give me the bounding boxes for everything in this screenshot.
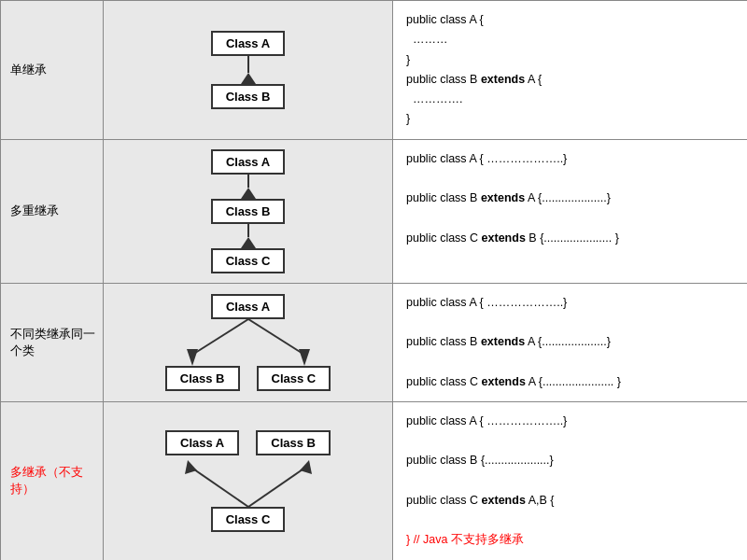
label-single-inherit: 单继承 — [1, 1, 104, 140]
class-a-box-1: Class A — [211, 31, 285, 56]
label-multi-inherit: 多重继承 — [1, 139, 104, 283]
code-no-multi: public class A { ………………..} public class … — [393, 401, 748, 560]
diff-inherit-label: 不同类继承同一个类 — [10, 327, 95, 357]
code-line: public class C extends A {..............… — [406, 372, 734, 392]
code-line — [406, 208, 734, 228]
class-a-box-3: Class A — [211, 294, 285, 319]
code-line: public class B {....................} — [406, 451, 734, 470]
svg-marker-3 — [299, 349, 310, 366]
code-line: public class A { ………………..} — [406, 412, 734, 431]
class-a-box-2: Class A — [211, 149, 285, 175]
svg-marker-7 — [300, 460, 312, 474]
svg-line-2 — [248, 319, 304, 355]
arrow-head-1 — [241, 73, 256, 84]
code-line: } — [406, 50, 734, 70]
code-line: } — [406, 109, 734, 129]
code-line: public class A { ………………..} — [406, 293, 734, 313]
svg-marker-5 — [185, 460, 197, 474]
code-diff-inherit: public class A { ………………..} public class … — [393, 283, 748, 401]
single-inherit-label: 单继承 — [10, 63, 47, 77]
code-line: public class B extends A {..............… — [406, 332, 734, 352]
arrows-svg-3 — [155, 319, 342, 366]
code-line: ……… — [406, 30, 734, 49]
code-line — [406, 313, 734, 332]
svg-line-4 — [194, 469, 248, 507]
code-line: public class A { — [406, 10, 734, 30]
label-no-multi: 多继承（不支持） — [1, 401, 104, 560]
diagram-multi-inherit: Class A Class B Class C — [104, 139, 393, 283]
code-line — [406, 431, 734, 451]
code-line: public class B extends A {..............… — [406, 189, 734, 208]
svg-line-0 — [192, 319, 248, 355]
code-line — [406, 511, 734, 530]
class-b-box-1: Class B — [211, 84, 286, 109]
code-line: public class C extends B {..............… — [406, 229, 734, 248]
label-diff-inherit: 不同类继承同一个类 — [1, 283, 104, 401]
svg-line-6 — [248, 469, 303, 507]
diagram-single-inherit: Class A Class B — [104, 1, 393, 140]
diagram-diff-inherit: Class A Class B Class C — [104, 283, 393, 401]
class-b-box-2: Class B — [211, 199, 286, 224]
class-c-box-3: Class C — [257, 366, 331, 391]
diagram-no-multi: Class A Class B Class C — [104, 401, 393, 560]
code-line: public class B extends A { — [406, 70, 734, 90]
arrows-svg-4 — [146, 455, 351, 507]
code-line — [406, 352, 734, 371]
code-line: public class A { ………………..} — [406, 149, 734, 169]
code-single-inherit: public class A { ……… } public class B ex… — [393, 1, 748, 140]
code-line — [406, 169, 734, 189]
class-c-box-4: Class C — [211, 507, 286, 532]
arrow-line-1 — [247, 56, 249, 73]
class-c-box-2: Class C — [211, 248, 286, 273]
class-a-box-4: Class A — [165, 430, 239, 455]
arrow-line-2a — [247, 175, 249, 188]
class-b-box-4: Class B — [256, 430, 331, 455]
multi-inherit-label: 多重继承 — [10, 203, 59, 217]
class-b-box-3: Class B — [165, 366, 240, 391]
code-line: } // Java 不支持多继承 — [406, 530, 734, 550]
arrow-head-2b — [241, 237, 256, 248]
code-line — [406, 471, 734, 491]
svg-marker-1 — [187, 349, 198, 366]
code-line: …………. — [406, 90, 734, 109]
code-multi-inherit: public class A { ………………..} public class … — [393, 139, 748, 283]
arrow-head-2a — [241, 188, 256, 199]
arrow-line-2b — [247, 224, 249, 237]
code-line: public class C extends A,B { — [406, 491, 734, 511]
no-multi-label: 多继承（不支持） — [10, 465, 83, 496]
